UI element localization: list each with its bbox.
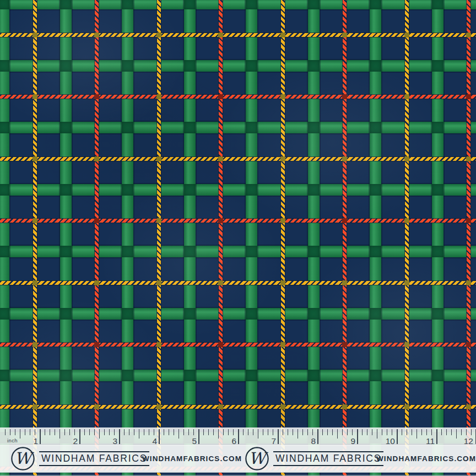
band-crossing-square: [432, 308, 443, 320]
ruler-number: 7: [254, 437, 276, 446]
ruler-tick: [208, 429, 209, 435]
rope-crossing-dot: [280, 218, 285, 223]
brand-unit: WWINDHAM FABRICSWINDHAMFABRICS.COM: [0, 445, 242, 472]
ruler-tick: [174, 429, 174, 435]
ruler-tick: [233, 429, 234, 435]
ruler-number: 12: [451, 437, 473, 446]
rope-crossing-dot: [218, 33, 223, 37]
rope-crossing-dot: [342, 94, 347, 99]
ruler-tick: [64, 429, 65, 435]
rope-crossing-dot: [33, 404, 37, 409]
rope-crossing-dot: [466, 33, 471, 37]
ruler-tick: [223, 429, 224, 435]
rope-crossing-dot: [342, 218, 347, 223]
ruler-tick: [193, 429, 194, 435]
band-crossing-square: [246, 308, 257, 320]
rope-crossing-dot: [156, 280, 161, 285]
band-crossing-square: [60, 0, 72, 9]
band-crossing-square: [432, 370, 443, 381]
ruler-tick: [451, 429, 452, 435]
ruler-tick: [144, 429, 144, 435]
rope-crossing-dot: [280, 342, 285, 347]
rope-crossing-dot: [342, 342, 347, 347]
brand-unit: WWINDHAM FABRICSWINDHAMFABRICS.COM: [234, 445, 476, 472]
band-crossing-square: [0, 370, 9, 381]
rope-crossing-dot: [342, 33, 347, 37]
rope-crossing-dot: [404, 404, 409, 409]
ruler-tick: [263, 429, 263, 435]
rope-crossing-dot: [94, 218, 99, 223]
ruler-tick: [50, 429, 50, 435]
ruler-number: 5: [175, 437, 197, 446]
band-crossing-square: [60, 370, 72, 381]
rope-crossing-dot: [156, 156, 161, 161]
band-crossing-square: [60, 60, 72, 72]
ruler-tick: [268, 429, 268, 435]
rope-crossing-dot: [404, 33, 409, 37]
ruler-tick: [104, 429, 105, 435]
ruler-tick: [79, 429, 80, 444]
ruler-tick: [332, 429, 333, 435]
band-crossing-square: [0, 308, 9, 320]
ruler-tick: [253, 429, 253, 435]
ruler-tick: [243, 429, 244, 435]
ruler-tick: [15, 429, 15, 435]
rope-crossing-dot: [156, 33, 161, 37]
ruler-tick: [278, 429, 279, 444]
band-crossing-square: [308, 184, 320, 196]
rope-crossing-dot: [94, 342, 99, 347]
ruler-tick: [238, 429, 239, 444]
ruler-tick: [114, 429, 115, 435]
brand-domain: WINDHAMFABRICS.COM: [142, 454, 227, 464]
rope-crossing-dot: [218, 156, 223, 161]
ruler-tick: [119, 429, 120, 444]
ruler-tick: [421, 429, 422, 435]
ruler-tick: [248, 429, 248, 435]
rope-crossing-dot: [156, 342, 161, 347]
ruler-tick: [407, 429, 407, 435]
rope-crossing-dot: [280, 33, 285, 37]
rope-crossing-dot: [342, 404, 347, 409]
rope-crossing-dot: [94, 156, 99, 161]
rope-crossing-dot: [94, 33, 99, 37]
band-crossing-square: [246, 184, 257, 196]
band-crossing-square: [246, 60, 257, 72]
fabric-swatch: [0, 0, 476, 476]
rope-crossing-dot: [466, 404, 471, 409]
ruler-tick: [392, 429, 392, 435]
ruler-tick: [387, 429, 387, 435]
ruler-tick: [45, 429, 45, 435]
ruler-number: 1: [16, 437, 38, 446]
ruler-tick: [436, 429, 437, 444]
ruler-tick: [149, 429, 149, 435]
brand-domain: WINDHAMFABRICS.COM: [376, 454, 461, 464]
band-crossing-square: [308, 246, 320, 257]
ruler-tick: [84, 429, 85, 435]
rope-crossing-dot: [280, 94, 285, 99]
ruler-tick: [40, 429, 41, 444]
ruler-tick: [188, 429, 189, 435]
ruler-tick: [169, 429, 169, 435]
band-crossing-square: [184, 122, 196, 133]
ruler-tick: [228, 429, 229, 435]
ruler-tick: [74, 429, 75, 435]
band-crossing-square: [122, 246, 133, 257]
windham-monogram-logo: W: [245, 446, 269, 471]
rope-crossing-dot: [280, 280, 285, 285]
rope-crossing-dot: [404, 156, 409, 161]
ruler-number: 2: [56, 437, 78, 446]
band-crossing-square: [432, 0, 443, 9]
band-crossing-square: [308, 60, 320, 72]
rope-crossing-dot: [404, 342, 409, 347]
band-crossing-square: [246, 370, 257, 381]
band-crossing-square: [370, 0, 381, 9]
rope-crossing-dot: [466, 94, 471, 99]
ruler-tick: [35, 429, 35, 435]
rope-crossing-dot: [33, 94, 37, 99]
rope-crossing-dot: [94, 404, 99, 409]
rope-crossing-dot: [404, 218, 409, 223]
band-crossing-square: [308, 0, 320, 9]
rope-crossing-dot: [94, 94, 99, 99]
band-crossing-square: [122, 0, 133, 9]
band-crossing-square: [370, 308, 381, 320]
